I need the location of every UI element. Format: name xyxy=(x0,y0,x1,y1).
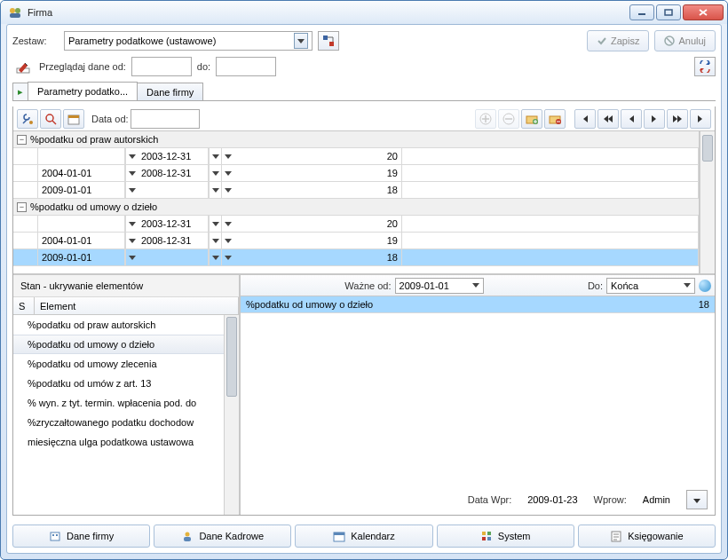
wazne-od-field[interactable]: 2009-01-01 xyxy=(395,278,484,294)
nav-forward-button[interactable] xyxy=(644,109,665,129)
collapse-icon[interactable]: − xyxy=(17,135,27,145)
list-item[interactable]: %podatku od umowy o dzieło xyxy=(13,335,239,354)
do-field[interactable]: Końca xyxy=(606,278,695,294)
list-item[interactable]: %zryczałtowanego podatku dochodow xyxy=(13,413,239,432)
svg-rect-4 xyxy=(665,10,672,15)
pane-toolbar: Data od: xyxy=(13,106,715,131)
nav-fastback-button[interactable] xyxy=(597,109,619,129)
svg-point-10 xyxy=(46,114,53,122)
browse-to-label: do: xyxy=(197,61,210,72)
data-wpr-value: 2009-01-23 xyxy=(527,494,577,505)
hr-icon xyxy=(181,530,194,542)
calendar-button[interactable] xyxy=(63,109,84,129)
tools-button[interactable] xyxy=(17,109,38,129)
svg-rect-27 xyxy=(487,532,491,535)
detail-panel: Ważne od: 2009-01-01 Do: Końca %podatku … xyxy=(241,275,715,515)
add-button xyxy=(475,109,496,129)
nav-first-button[interactable] xyxy=(574,109,596,129)
folder-plus-button[interactable] xyxy=(521,109,542,129)
nav-back-button[interactable] xyxy=(621,109,642,129)
check-icon xyxy=(597,35,607,46)
zestaw-value: Parametry podatkowe (ustawowe) xyxy=(68,35,216,46)
nav-kalendarz[interactable]: Kalendarz xyxy=(295,525,432,548)
minimize-button[interactable] xyxy=(629,4,654,20)
titlebar: Firma xyxy=(1,1,727,24)
down-button[interactable] xyxy=(686,490,708,509)
toggle-zestaw-button[interactable] xyxy=(318,31,339,51)
save-button[interactable]: Zapisz xyxy=(587,30,649,51)
nav-system[interactable]: System xyxy=(437,525,574,548)
close-button[interactable] xyxy=(683,4,724,20)
nav-dane-firmy[interactable]: Dane firmy xyxy=(12,525,150,548)
globe-icon[interactable] xyxy=(699,280,711,292)
browse-from-label: Przeglądaj dane od: xyxy=(39,61,126,72)
folder-minus-button[interactable] xyxy=(544,109,566,129)
svg-rect-12 xyxy=(68,115,79,118)
calendar-icon xyxy=(333,530,345,542)
element-panel: Stan - ukrywanie elementów S Element %po… xyxy=(13,275,241,515)
browse-from-input[interactable] xyxy=(131,57,192,76)
svg-rect-2 xyxy=(10,13,20,18)
detail-row[interactable]: %podatku od umowy o dzieło 18 xyxy=(241,296,715,313)
element-panel-title: Stan - ukrywanie elementów xyxy=(13,275,239,297)
svg-point-1 xyxy=(15,8,20,13)
list-scrollbar[interactable] xyxy=(224,315,239,515)
parameter-grid[interactable]: −%podatku od praw autorskich 2003-12-312… xyxy=(13,131,700,273)
svg-rect-3 xyxy=(638,13,645,15)
search-button[interactable] xyxy=(40,109,61,129)
remove-button xyxy=(498,109,519,129)
cancel-button[interactable]: Anuluj xyxy=(654,30,716,51)
cancel-icon xyxy=(664,35,675,46)
list-item[interactable]: %podatku od praw autorskich xyxy=(13,315,239,335)
svg-rect-23 xyxy=(184,537,191,541)
book-icon xyxy=(610,530,622,542)
data-wpr-label: Data Wpr: xyxy=(468,494,512,505)
refresh-button[interactable] xyxy=(694,57,716,76)
svg-rect-29 xyxy=(487,537,491,540)
do-label: Do: xyxy=(588,280,603,291)
group-label: %podatku od umowy o dzieło xyxy=(30,201,157,212)
wprow-label: Wprow: xyxy=(594,494,627,505)
nav-dane-kadrowe[interactable]: Dane Kadrowe xyxy=(154,525,291,548)
list-item[interactable]: % wyn. z tyt. termin. wpłacenia pod. do xyxy=(13,393,239,413)
company-icon xyxy=(49,530,61,542)
date-from-label: Data od: xyxy=(91,114,129,124)
svg-rect-25 xyxy=(334,532,344,535)
client-area: Zestaw: Parametry podatkowe (ustawowe) Z… xyxy=(6,24,722,554)
tabstrip: ▸ Parametry podatko... Dane firmy xyxy=(12,82,716,101)
svg-rect-21 xyxy=(56,534,58,536)
svg-point-0 xyxy=(10,8,15,13)
grid-scrollbar[interactable] xyxy=(700,131,715,273)
svg-rect-26 xyxy=(482,532,486,535)
svg-rect-5 xyxy=(323,35,328,40)
browse-to-input[interactable] xyxy=(216,57,276,76)
group-label: %podatku od praw autorskich xyxy=(30,134,158,145)
list-item[interactable]: %podatku od umów z art. 13 xyxy=(13,374,239,393)
col-element[interactable]: Element xyxy=(35,297,239,314)
app-icon xyxy=(8,5,22,20)
nav-fastforward-button[interactable] xyxy=(667,109,688,129)
list-item[interactable]: %podatku od umowy zlecenia xyxy=(13,354,239,374)
system-icon xyxy=(480,530,493,542)
element-list[interactable]: %podatku od praw autorskich %podatku od … xyxy=(13,315,239,515)
tab-dane-firmy[interactable]: Dane firmy xyxy=(137,83,203,100)
nav-last-button[interactable] xyxy=(690,109,711,129)
bottom-nav: Dane firmy Dane Kadrowe Kalendarz System… xyxy=(12,521,716,548)
zestaw-combo[interactable]: Parametry podatkowe (ustawowe) xyxy=(64,31,313,51)
run-handle[interactable]: ▸ xyxy=(12,83,28,100)
app-window: Firma Zestaw: Parametry podatkowe (ustaw… xyxy=(0,0,728,560)
col-s[interactable]: S xyxy=(13,297,35,314)
tab-parametry[interactable]: Parametry podatko... xyxy=(28,82,138,100)
svg-rect-6 xyxy=(329,42,334,46)
wazne-od-label: Ważne od: xyxy=(344,280,391,291)
window-title: Firma xyxy=(28,7,629,18)
list-item[interactable]: miesięczna ulga podatkowa ustawowa xyxy=(13,432,239,452)
collapse-icon[interactable]: − xyxy=(17,202,27,212)
nav-ksiegowanie[interactable]: Księgowanie xyxy=(578,525,716,548)
maximize-button[interactable] xyxy=(656,4,681,20)
main-pane: Data od: −%podatku od praw auto xyxy=(12,106,716,516)
svg-point-9 xyxy=(29,121,33,124)
date-from-input[interactable] xyxy=(131,109,200,129)
edit-icon[interactable] xyxy=(12,57,34,76)
chevron-down-icon[interactable] xyxy=(294,33,308,49)
